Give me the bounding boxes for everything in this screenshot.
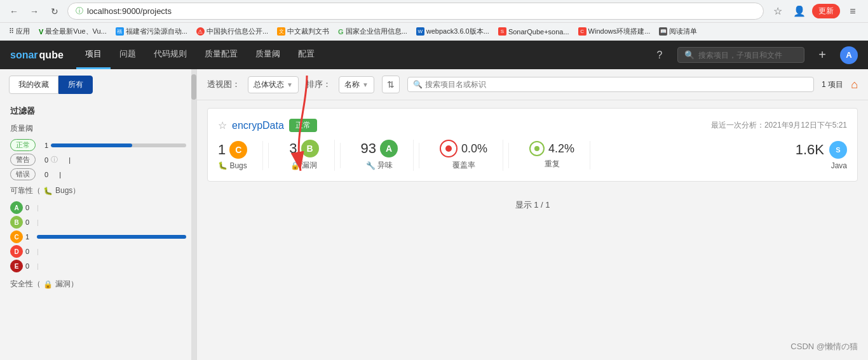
- warn-help-icon: ⓘ: [51, 155, 58, 164]
- nav-item-quality-profiles[interactable]: 质量配置: [196, 41, 247, 69]
- extensions-icon[interactable]: ≡: [844, 3, 862, 20]
- vulnerabilities-label: 漏洞: [302, 160, 317, 171]
- yuedu-favicon: 📖: [659, 27, 667, 36]
- reliability-c-grade[interactable]: C: [10, 230, 23, 243]
- browser-actions: ☆ 👤 更新 ≡: [769, 3, 862, 20]
- create-project-button[interactable]: +: [812, 45, 832, 65]
- sonarqube-bookmark-favicon: S: [498, 27, 506, 36]
- tab-all[interactable]: 所有: [58, 76, 93, 94]
- view-select[interactable]: 总体状态 ▼: [248, 76, 299, 93]
- duplication-inner: [534, 146, 539, 151]
- project-header: ☆ encrypData 正常 最近一次分析：2021年9月12日下午5:21: [218, 119, 847, 132]
- sort-direction-button[interactable]: ⇅: [382, 76, 400, 93]
- scroll-indicator[interactable]: [191, 69, 196, 360]
- quality-gate-warn-pipe: |: [60, 156, 71, 164]
- coverage-circle: [440, 140, 458, 157]
- bookmark-sonarqube[interactable]: S SonarQube+sona...: [494, 26, 573, 37]
- reliability-e-row: E 0 |: [10, 260, 186, 272]
- bookmark-windows[interactable]: C Windows环境搭建...: [574, 25, 654, 37]
- bugs-value-row: 1 C: [218, 141, 247, 159]
- quality-gate-normal-bar-fill: [51, 143, 132, 147]
- reload-button[interactable]: ↻: [47, 4, 62, 19]
- vulnerabilities-metric: 3 B 🔒 漏洞: [274, 140, 334, 171]
- bookmark-zhongguo[interactable]: ⚠ 中国执行信息公开...: [193, 25, 272, 37]
- security-vuln-text: 漏洞）: [55, 279, 78, 290]
- bookmark-yuedu[interactable]: 📖 阅读清单: [655, 25, 701, 37]
- profile-icon[interactable]: 👤: [790, 3, 808, 20]
- coverage-metric: 0.0% 覆盖率: [424, 140, 503, 171]
- sort-select[interactable]: 名称 ▼: [339, 76, 374, 93]
- security-text: 安全性（: [10, 279, 41, 290]
- global-search-input[interactable]: [698, 51, 794, 60]
- quality-gate-normal-badge[interactable]: 正常: [10, 139, 36, 151]
- main-nav: 项目 问题 代码规则 质量配置 质量阈 配置: [76, 41, 323, 69]
- main-content: 透视图： 总体状态 ▼ 排序： 名称 ▼ ⇅ 🔍 1 项目 ⌂: [197, 69, 868, 360]
- quality-gate-warn-badge[interactable]: 警告: [10, 154, 36, 166]
- bookmark-zhongwen[interactable]: 文 中文裁判文书: [273, 25, 333, 37]
- apps-icon: ⠿: [9, 27, 14, 36]
- bugs-label-row: 🐛 Bugs: [218, 161, 247, 170]
- sidebar-tabs: 我的收藏 所有: [0, 69, 196, 100]
- bookmark-webpack[interactable]: W webpack3.6.0版本...: [412, 25, 493, 37]
- reliability-a-grade[interactable]: A: [10, 201, 23, 214]
- global-search-box[interactable]: 🔍: [677, 47, 804, 63]
- back-button[interactable]: ←: [6, 4, 22, 19]
- vuln-metric-icon: 🔒: [290, 161, 300, 170]
- zhongguo-favicon: ⚠: [196, 27, 205, 36]
- reliability-text: 可靠性（: [10, 185, 41, 196]
- bookmark-guojia[interactable]: G 国家企业信用信息...: [334, 25, 411, 37]
- project-search-input[interactable]: [425, 80, 808, 89]
- bookmark-fujian[interactable]: 福 福建省污染源自动...: [112, 25, 191, 37]
- separator-2: [340, 143, 341, 168]
- reliability-d-grade[interactable]: D: [10, 245, 23, 258]
- quality-gate-normal-row: 正常 1: [10, 139, 186, 151]
- project-name[interactable]: encrypData: [232, 120, 284, 131]
- quality-gate-normal-bar: [51, 143, 186, 147]
- sidebar: 我的收藏 所有 过滤器 质量阈 正常 1 警告 0 ⓘ | 错误: [0, 69, 197, 360]
- help-icon-button[interactable]: ?: [649, 45, 670, 65]
- quality-gate-warn-row: 警告 0 ⓘ |: [10, 154, 186, 166]
- bookmark-apps[interactable]: ⠿ 应用: [5, 25, 34, 37]
- forward-button[interactable]: →: [27, 4, 42, 19]
- user-avatar-button[interactable]: A: [840, 46, 858, 64]
- nav-item-admin[interactable]: 配置: [289, 41, 323, 69]
- app-header: sonarqube 项目 问题 代码规则 质量配置 质量阈 配置 ? 🔍 + A: [0, 41, 868, 69]
- nav-item-issues[interactable]: 问题: [111, 41, 145, 69]
- loc-lang-row: 1.6K S: [796, 141, 847, 159]
- duplications-value: 4.2%: [548, 142, 574, 156]
- reliability-b-row: B 0 |: [10, 216, 186, 229]
- reliability-d-count: 0: [25, 248, 34, 255]
- reliability-c-row: C 1: [10, 230, 186, 243]
- quality-gate-error-badge[interactable]: 错误: [10, 168, 36, 180]
- view-select-value: 总体状态: [254, 79, 284, 90]
- nav-item-projects[interactable]: 项目: [76, 41, 111, 69]
- bookmark-star-icon[interactable]: ☆: [769, 3, 787, 20]
- address-bar[interactable]: ⓘ localhost:9000/projects: [67, 3, 764, 20]
- vulnerabilities-number: 3: [289, 140, 297, 157]
- main-layout: 我的收藏 所有 过滤器 质量阈 正常 1 警告 0 ⓘ | 错误: [0, 69, 868, 360]
- project-card: ☆ encrypData 正常 最近一次分析：2021年9月12日下午5:21 …: [207, 108, 858, 182]
- bookmark-vue[interactable]: V 最全最新Vue、Vu...: [35, 25, 111, 37]
- browser-chrome: ← → ↻ ⓘ localhost:9000/projects ☆ 👤 更新 ≡: [0, 0, 868, 23]
- nav-item-rules[interactable]: 代码规则: [145, 41, 196, 69]
- address-text: localhost:9000/projects: [87, 6, 172, 16]
- reliability-e-grade[interactable]: E: [10, 260, 23, 272]
- guojia-favicon: G: [338, 28, 344, 36]
- project-search-box[interactable]: 🔍: [407, 77, 814, 92]
- view-select-arrow: ▼: [287, 81, 293, 88]
- reliability-b-grade[interactable]: B: [10, 216, 23, 229]
- favorite-star-icon[interactable]: ☆: [218, 119, 227, 131]
- tab-favorites[interactable]: 我的收藏: [9, 76, 58, 94]
- header-right: ? 🔍 + A: [649, 45, 858, 65]
- separator-4: [508, 143, 509, 168]
- reliability-e-count: 0: [25, 262, 34, 270]
- home-icon-button[interactable]: ⌂: [851, 78, 858, 91]
- fujian-favicon: 福: [116, 27, 124, 36]
- update-button[interactable]: 更新: [812, 4, 840, 18]
- duplication-circle: [529, 141, 545, 156]
- project-metrics: 1 C 🐛 Bugs 3 B: [218, 140, 847, 171]
- quality-gate-warn-count: 0: [38, 156, 48, 164]
- nav-item-quality-gates[interactable]: 质量阈: [247, 41, 289, 69]
- vulnerabilities-value-row: 3 B: [289, 140, 318, 157]
- bugs-label: Bugs: [229, 161, 247, 170]
